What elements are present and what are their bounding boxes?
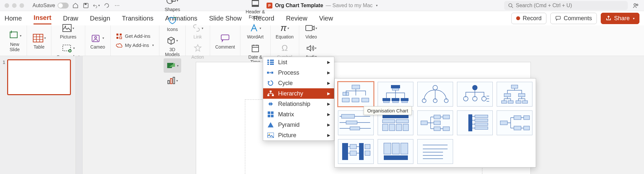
svg-rect-15 bbox=[120, 34, 122, 36]
my-addins-button[interactable]: My Add-ins▾ bbox=[114, 41, 156, 49]
share-button[interactable]: Share▾ bbox=[601, 13, 639, 24]
addins-cloud-icon bbox=[116, 42, 122, 49]
comments-button[interactable]: Comments bbox=[550, 13, 597, 24]
shapes-button[interactable]: ▾Shapes bbox=[163, 0, 182, 13]
addins-grid-icon bbox=[116, 33, 122, 39]
toggle-switch[interactable] bbox=[58, 3, 69, 8]
gallery-organisation-chart[interactable] bbox=[338, 82, 374, 107]
gallery-horizontal-multi-level[interactable] bbox=[457, 110, 493, 135]
title-bar: AutoSave ▾ ⋯ P Org Chart Template — Save… bbox=[0, 0, 644, 11]
svg-rect-51 bbox=[352, 85, 360, 89]
new-slide-button[interactable]: ▾New Slide bbox=[6, 28, 23, 53]
3d-models-button[interactable]: ▾3D Models bbox=[163, 34, 181, 58]
svg-rect-78 bbox=[522, 101, 528, 103]
smartart-hierarchy[interactable]: Hierarchy▶ bbox=[263, 88, 334, 99]
svg-rect-33 bbox=[306, 25, 312, 31]
svg-point-68 bbox=[472, 85, 477, 90]
svg-rect-28 bbox=[252, 45, 259, 52]
smartart-process[interactable]: Process▶ bbox=[263, 67, 334, 78]
svg-rect-40 bbox=[267, 72, 269, 74]
gallery-lined-list[interactable] bbox=[417, 139, 453, 164]
home-icon[interactable] bbox=[72, 2, 79, 9]
pictures-button[interactable]: ▾Pictures bbox=[58, 21, 78, 40]
svg-point-9 bbox=[65, 26, 66, 27]
table-button[interactable]: ▾Table bbox=[30, 31, 48, 50]
slide-index: 1 bbox=[3, 59, 5, 95]
smartart-list[interactable]: List▶ bbox=[263, 57, 334, 67]
tab-view[interactable]: View bbox=[319, 13, 333, 24]
smartart-cycle[interactable]: Cycle▶ bbox=[263, 78, 334, 88]
svg-rect-63 bbox=[402, 101, 408, 103]
cameo-button[interactable]: ▾Cameo bbox=[88, 31, 107, 50]
smartart-pyramid[interactable]: Pyramid▶ bbox=[263, 120, 334, 130]
record-dot-icon bbox=[516, 16, 520, 20]
more-icon[interactable]: ⋯ bbox=[114, 2, 121, 9]
smartart-picture[interactable]: Picture▶ bbox=[263, 130, 334, 140]
svg-rect-56 bbox=[391, 85, 400, 88]
window-controls[interactable] bbox=[5, 3, 24, 8]
save-status: — Saved to my Mac bbox=[326, 3, 373, 8]
chevron-right-icon: ▶ bbox=[327, 91, 330, 96]
svg-rect-42 bbox=[270, 91, 272, 92]
video-button[interactable]: ▾Video bbox=[302, 21, 320, 40]
svg-rect-39 bbox=[270, 64, 274, 65]
gallery-architecture-layout[interactable] bbox=[378, 139, 413, 164]
gallery-hierarchy-list[interactable] bbox=[338, 139, 374, 164]
svg-rect-93 bbox=[443, 115, 449, 119]
svg-point-18 bbox=[167, 0, 173, 4]
cycle-icon bbox=[267, 80, 274, 87]
svg-rect-73 bbox=[504, 94, 511, 97]
process-icon bbox=[267, 69, 274, 76]
smartart-matrix[interactable]: Matrix▶ bbox=[263, 109, 334, 120]
svg-rect-96 bbox=[475, 115, 488, 118]
tab-home[interactable]: Home bbox=[5, 13, 22, 24]
search-box[interactable]: Search (Cmd + Ctrl + U) bbox=[504, 1, 628, 10]
tab-insert[interactable]: Insert bbox=[34, 12, 51, 24]
autosave-toggle[interactable]: AutoSave bbox=[33, 3, 69, 8]
thumbnail-scrollbar[interactable] bbox=[75, 56, 83, 174]
svg-point-4 bbox=[637, 4, 638, 6]
undo-icon[interactable]: ▾ bbox=[93, 2, 100, 9]
tab-design[interactable]: Design bbox=[90, 13, 110, 24]
gallery-circle-picture-hierarchy[interactable] bbox=[457, 82, 493, 107]
search-placeholder: Search (Cmd + Ctrl + U) bbox=[516, 3, 572, 8]
svg-rect-107 bbox=[350, 151, 356, 155]
share-people-icon[interactable] bbox=[632, 2, 639, 9]
redo-icon[interactable] bbox=[103, 2, 110, 9]
get-addins-button[interactable]: Get Add-ins bbox=[114, 32, 156, 40]
gallery-hierarchy[interactable] bbox=[497, 82, 532, 107]
equation-button[interactable]: π▾Equation bbox=[274, 21, 296, 40]
slide-thumbnail-panel[interactable]: 1 bbox=[0, 56, 75, 174]
svg-rect-38 bbox=[270, 62, 274, 63]
gallery-half-circle-org-chart[interactable] bbox=[417, 82, 453, 107]
hierarchy-icon bbox=[267, 90, 274, 97]
svg-rect-19 bbox=[171, 0, 175, 1]
svg-point-3 bbox=[634, 4, 636, 6]
tab-transitions[interactable]: Transitions bbox=[122, 13, 154, 24]
svg-rect-98 bbox=[475, 123, 488, 125]
gallery-name-title-org-chart[interactable] bbox=[378, 82, 413, 107]
header-footer-button[interactable]: Header & Footer bbox=[244, 0, 267, 20]
smartart-relationship[interactable]: Relationship▶ bbox=[263, 99, 334, 109]
svg-rect-47 bbox=[268, 115, 270, 117]
svg-rect-105 bbox=[342, 143, 348, 160]
slide-thumbnail[interactable] bbox=[7, 59, 71, 95]
comment-button[interactable]: Comment bbox=[213, 31, 237, 50]
hierarchy-gallery bbox=[334, 78, 536, 167]
link-button: ▾Link bbox=[189, 21, 207, 40]
svg-rect-92 bbox=[434, 127, 440, 131]
smartart-category-menu: List▶ Process▶ Cycle▶ Hierarchy▶ Relatio… bbox=[263, 57, 334, 141]
svg-rect-34 bbox=[267, 60, 269, 61]
icons-button[interactable]: Icons bbox=[164, 13, 181, 33]
svg-rect-14 bbox=[116, 34, 118, 36]
save-icon[interactable] bbox=[82, 2, 89, 9]
chevron-right-icon: ▶ bbox=[327, 102, 330, 106]
tab-slideshow[interactable]: Slide Show bbox=[209, 13, 242, 24]
wordart-button[interactable]: ▾WordArt bbox=[245, 21, 265, 40]
svg-rect-45 bbox=[268, 111, 270, 114]
gallery-horizontal-hierarchy[interactable] bbox=[497, 110, 532, 135]
svg-rect-111 bbox=[384, 143, 391, 154]
record-button[interactable]: Record bbox=[511, 13, 546, 24]
gallery-horizontal-org-chart[interactable] bbox=[417, 110, 453, 135]
chevron-right-icon: ▶ bbox=[327, 81, 330, 85]
